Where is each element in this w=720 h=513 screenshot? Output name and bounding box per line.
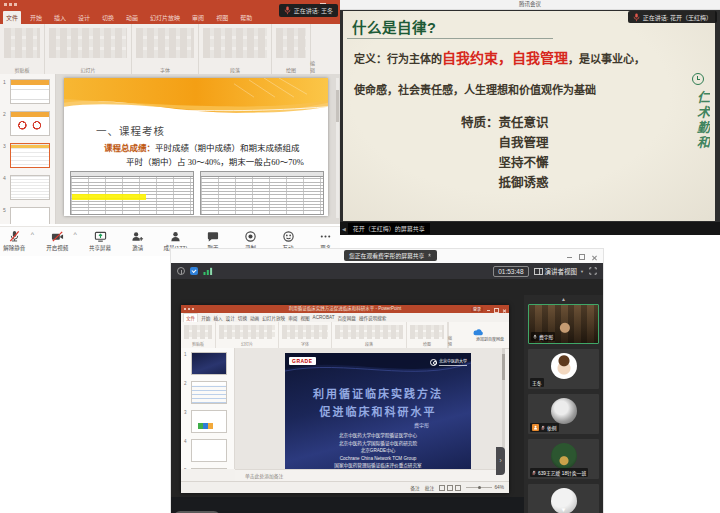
- close-icon[interactable]: [503, 309, 506, 312]
- ribbon-tab[interactable]: 视图: [300, 315, 309, 321]
- ribbon-tab[interactable]: 动画: [123, 11, 141, 24]
- ribbon-tab[interactable]: 审阅: [288, 315, 297, 321]
- participant-tile[interactable]: 费宇彤: [528, 304, 599, 344]
- thumbnail-preview[interactable]: [10, 143, 50, 168]
- slide-thumbnail[interactable]: 4: [184, 439, 234, 462]
- maximize-icon[interactable]: [494, 308, 499, 313]
- slide-thumbnail[interactable]: 4: [3, 175, 55, 200]
- caret-up-icon[interactable]: ^: [31, 231, 34, 256]
- slide-thumbnail-panel[interactable]: 12345: [0, 74, 56, 224]
- ribbon-tab[interactable]: 开始: [201, 315, 210, 321]
- slide-thumbnail[interactable]: 3: [3, 143, 55, 168]
- toolbar-cam-off-button[interactable]: 开启视频: [43, 230, 72, 256]
- ribbon-tab[interactable]: 动画: [250, 315, 259, 321]
- ribbon-tab[interactable]: 百度网盘: [337, 315, 355, 321]
- meeting-titlebar[interactable]: 腾讯会议: [340, 0, 720, 10]
- maximize-icon[interactable]: [579, 254, 585, 260]
- slide-thumbnail[interactable]: 5: [3, 207, 55, 224]
- record-icon: [244, 230, 257, 243]
- title-slide[interactable]: GRADE 北京中医药大学 利用循证临床实践方法 促进临床和科研水平 费宇彤 北…: [285, 353, 471, 479]
- scrollbar[interactable]: [336, 78, 339, 218]
- fullscreen-icon[interactable]: [589, 267, 597, 275]
- slide-thumbnail[interactable]: 1: [3, 79, 55, 104]
- view-mode-button[interactable]: 演讲者视图 ▼: [534, 266, 584, 276]
- close-icon[interactable]: [592, 255, 597, 260]
- panel-collapse-handle[interactable]: ›: [496, 447, 505, 475]
- slide-title-line2: 促进临床和科研水平: [285, 403, 471, 419]
- toolbar-invite-button[interactable]: 邀请: [123, 230, 152, 256]
- thumbnail-preview[interactable]: [191, 468, 227, 469]
- thumbnail-preview[interactable]: [191, 410, 227, 433]
- status-toggle[interactable]: 批注: [425, 484, 435, 491]
- window-controls[interactable]: [487, 308, 506, 313]
- slide-thumbnail[interactable]: 1: [184, 352, 234, 375]
- participant-tile[interactable]: 依例: [528, 394, 599, 434]
- ribbon-tab[interactable]: ACROBAT: [313, 315, 335, 320]
- participant-tile[interactable]: 639王艺媛 18针灸一班: [528, 439, 599, 479]
- ribbon-tab[interactable]: 开始: [27, 11, 45, 24]
- ribbon-tab[interactable]: 文件: [183, 313, 198, 322]
- ribbon-tab[interactable]: 设计: [75, 11, 93, 24]
- zoom-slider[interactable]: [466, 487, 492, 488]
- toolbar-mic-off-button[interactable]: 解除静音: [0, 230, 29, 256]
- ribbon-tab[interactable]: 审阅: [189, 11, 207, 24]
- slide-thumbnail[interactable]: 3: [184, 410, 234, 433]
- ribbon-group[interactable]: 编辑: [448, 322, 449, 348]
- ribbon-group[interactable]: 字体: [279, 322, 332, 348]
- participant-tile[interactable]: 王冬: [528, 349, 599, 389]
- slide-thumbnail[interactable]: 2: [3, 111, 55, 136]
- window-controls[interactable]: [567, 254, 597, 260]
- thumbnail-preview[interactable]: [10, 79, 50, 104]
- ribbon-tab[interactable]: 文件: [3, 11, 21, 24]
- scroll-up-icon[interactable]: ▲: [524, 295, 603, 303]
- meeting-info-icon[interactable]: [177, 267, 185, 275]
- ribbon-group[interactable]: 字体: [132, 24, 199, 74]
- avatar: [551, 443, 577, 469]
- thumbnail-preview[interactable]: [10, 207, 50, 224]
- minimize-icon[interactable]: [567, 257, 572, 258]
- status-toggle[interactable]: 备注: [410, 484, 420, 491]
- ribbon-group[interactable]: 剪贴板: [181, 322, 216, 348]
- ribbon-tab[interactable]: 切换: [238, 315, 247, 321]
- ribbon-tab[interactable]: 视图: [213, 11, 231, 24]
- baidu-netdisk-button[interactable]: 添加到百度网盘: [471, 322, 509, 348]
- ribbon-group[interactable]: 幻灯片: [216, 322, 279, 348]
- login-button[interactable]: 登录: [471, 307, 483, 312]
- ribbon-group[interactable]: 段落: [199, 24, 272, 74]
- thumbnail-preview[interactable]: [191, 381, 227, 404]
- ribbon-group[interactable]: 段落: [332, 322, 407, 348]
- ribbon-group[interactable]: 剪贴板: [0, 24, 45, 74]
- ribbon-tab[interactable]: 操作说明搜索: [359, 315, 387, 321]
- slide-canvas[interactable]: 一、课程考核 课程总成绩：平时成绩（期中成绩）和期末成绩组成 平时（期中）占 3…: [64, 78, 328, 216]
- speaking-toast-text: 正在讲话: 王冬: [294, 6, 333, 15]
- slide-thumbnail-panel[interactable]: 12345: [181, 348, 235, 469]
- ribbon-group[interactable]: 编辑: [310, 24, 311, 74]
- thumbnail-preview[interactable]: [10, 111, 50, 136]
- ribbon-group[interactable]: 绘图: [272, 24, 310, 74]
- ribbon-tab[interactable]: 切换: [99, 11, 117, 24]
- caret-up-icon[interactable]: ^: [74, 231, 77, 256]
- quick-access-toolbar[interactable]: [4, 3, 17, 6]
- zoom-control[interactable]: 64%: [466, 485, 504, 490]
- pin-icon[interactable]: [427, 253, 432, 258]
- view-switcher-icons[interactable]: [439, 485, 461, 491]
- ribbon-tab[interactable]: 幻灯片放映: [262, 315, 285, 321]
- thumbnail-preview[interactable]: [191, 439, 227, 462]
- ribbon-group[interactable]: 幻灯片: [45, 24, 132, 74]
- toolbar-share-screen-button[interactable]: 共享屏幕: [86, 230, 115, 256]
- thumbnail-preview[interactable]: [191, 352, 227, 375]
- thumbnail-preview[interactable]: [10, 175, 50, 200]
- slide-thumbnail[interactable]: 5: [184, 468, 234, 469]
- slide-thumbnail[interactable]: 2: [184, 381, 234, 404]
- ribbon-tab[interactable]: 设计: [226, 315, 235, 321]
- ribbon-group[interactable]: 绘图: [407, 322, 448, 348]
- collapse-arrow-icon[interactable]: ◀: [342, 226, 346, 232]
- ribbon-tab[interactable]: 幻灯片放映: [147, 11, 183, 24]
- security-shield-icon[interactable]: [190, 267, 198, 275]
- ribbon-tab[interactable]: 插入: [213, 315, 222, 321]
- minimize-icon[interactable]: [487, 310, 490, 311]
- ribbon-tab[interactable]: 帮助: [237, 11, 255, 24]
- scroll-down-icon[interactable]: ▼: [524, 506, 603, 513]
- ribbon-tab[interactable]: 插入: [51, 11, 69, 24]
- notes-bar[interactable]: 单击此处添加备注: [235, 469, 505, 481]
